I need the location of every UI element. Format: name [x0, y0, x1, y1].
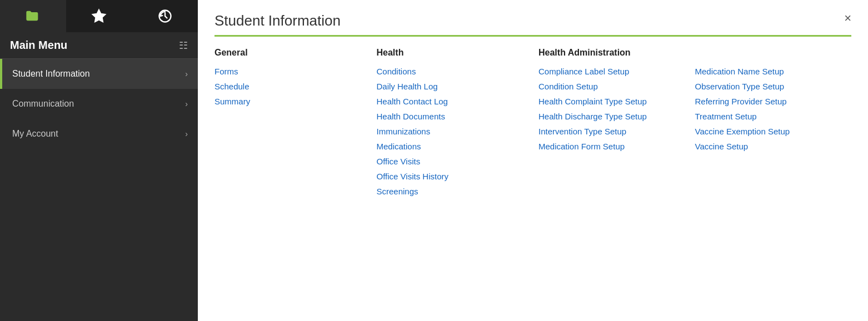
health-administration-column: Health Administration Compliance Label S… [538, 48, 851, 321]
sidebar-item-label: My Account [12, 129, 58, 139]
link-compliance-label-setup[interactable]: Compliance Label Setup [538, 67, 684, 76]
sidebar-item-my-account[interactable]: My Account › [0, 119, 198, 149]
link-vaccine-setup[interactable]: Vaccine Setup [695, 142, 841, 151]
health-administration-header: Health Administration [538, 48, 840, 59]
modal-title: Student Information [214, 12, 341, 29]
link-office-visits-history[interactable]: Office Visits History [377, 172, 528, 181]
list-icon[interactable]: ☷ [179, 39, 188, 52]
svg-marker-0 [92, 9, 105, 22]
link-office-visits[interactable]: Office Visits [377, 157, 528, 166]
link-health-discharge-type-setup[interactable]: Health Discharge Type Setup [538, 112, 684, 121]
link-treatment-setup[interactable]: Treatment Setup [695, 112, 841, 121]
health-admin-col-1: Compliance Label Setup Condition Setup H… [538, 67, 684, 157]
link-schedule[interactable]: Schedule [214, 82, 366, 91]
sidebar: Main Menu ☷ Student Information › Commun… [0, 0, 198, 321]
link-conditions[interactable]: Conditions [377, 67, 528, 76]
link-observation-type-setup[interactable]: Observation Type Setup [695, 82, 841, 91]
link-screenings[interactable]: Screenings [377, 187, 528, 196]
chevron-right-icon: › [185, 69, 188, 78]
link-medication-form-setup[interactable]: Medication Form Setup [538, 142, 684, 151]
chevron-right-icon: › [185, 129, 188, 138]
link-health-complaint-type-setup[interactable]: Health Complaint Type Setup [538, 97, 684, 106]
sidebar-header: Main Menu ☷ [0, 32, 198, 59]
link-health-documents[interactable]: Health Documents [377, 112, 528, 121]
modal-panel: Student Information × General Forms Sche… [198, 0, 868, 321]
sidebar-icon-bar [0, 0, 198, 32]
link-forms[interactable]: Forms [214, 67, 366, 76]
health-header: Health [377, 48, 528, 59]
folder-icon-button[interactable] [0, 0, 66, 32]
link-medication-name-setup[interactable]: Medication Name Setup [695, 67, 841, 76]
link-daily-health-log[interactable]: Daily Health Log [377, 82, 528, 91]
star-icon-button[interactable] [66, 0, 132, 32]
sidebar-item-label: Student Information [12, 69, 90, 79]
general-header: General [214, 48, 366, 59]
sidebar-item-communication[interactable]: Communication › [0, 89, 198, 119]
health-column: Health Conditions Daily Health Log Healt… [377, 48, 539, 321]
health-admin-sub-columns: Compliance Label Setup Condition Setup H… [538, 67, 840, 157]
sidebar-item-label: Communication [12, 99, 74, 109]
chevron-right-icon: › [185, 99, 188, 108]
link-medications[interactable]: Medications [377, 142, 528, 151]
close-button[interactable]: × [844, 12, 851, 24]
menu-columns: General Forms Schedule Summary Health Co… [198, 48, 868, 321]
sidebar-item-student-information[interactable]: Student Information › [0, 59, 198, 89]
link-vaccine-exemption-setup[interactable]: Vaccine Exemption Setup [695, 127, 841, 136]
link-health-contact-log[interactable]: Health Contact Log [377, 97, 528, 106]
modal-header: Student Information × [198, 0, 868, 29]
general-column: General Forms Schedule Summary [214, 48, 377, 321]
link-summary[interactable]: Summary [214, 97, 366, 106]
main-menu-title: Main Menu [10, 39, 67, 52]
link-intervention-type-setup[interactable]: Intervention Type Setup [538, 127, 684, 136]
link-immunizations[interactable]: Immunizations [377, 127, 528, 136]
health-admin-col-2: Medication Name Setup Observation Type S… [695, 67, 841, 157]
modal-divider [214, 35, 851, 37]
link-referring-provider-setup[interactable]: Referring Provider Setup [695, 97, 841, 106]
link-condition-setup[interactable]: Condition Setup [538, 82, 684, 91]
history-icon-button[interactable] [132, 0, 198, 32]
